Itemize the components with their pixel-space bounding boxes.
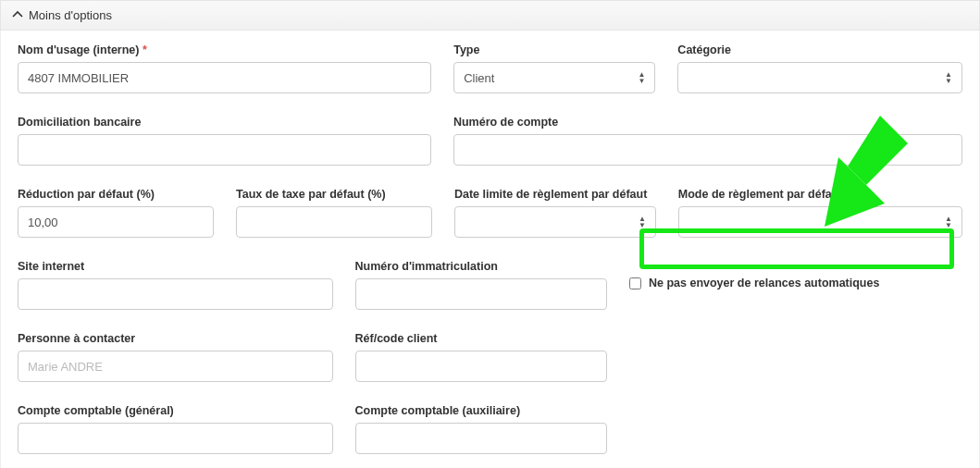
updown-icon: ▲▼ bbox=[945, 216, 952, 228]
compte-general-input[interactable] bbox=[18, 423, 333, 454]
categorie-label: Catégorie bbox=[677, 43, 962, 56]
mode-reglement-select[interactable]: ▲▼ bbox=[678, 206, 962, 238]
personne-contact-input[interactable] bbox=[18, 351, 333, 382]
type-select-value: Client bbox=[464, 71, 494, 85]
updown-icon: ▲▼ bbox=[945, 71, 952, 84]
type-label: Type bbox=[453, 43, 655, 56]
date-limite-label: Date limite de règlement par défaut bbox=[454, 188, 656, 201]
compte-aux-input[interactable] bbox=[355, 423, 607, 454]
categorie-select[interactable]: ▲▼ bbox=[677, 62, 962, 93]
no-relances-label: Ne pas envoyer de relances automatiques bbox=[649, 277, 879, 289]
site-internet-label: Site internet bbox=[18, 260, 333, 273]
personne-contact-label: Personne à contacter bbox=[18, 332, 333, 345]
numero-compte-label: Numéro de compte bbox=[453, 116, 962, 129]
collapse-header[interactable]: Moins d'options bbox=[0, 0, 980, 31]
required-star: * bbox=[143, 43, 147, 56]
updown-icon: ▲▼ bbox=[639, 216, 646, 228]
domiciliation-input[interactable] bbox=[18, 134, 431, 166]
compte-aux-label: Compte comptable (auxiliaire) bbox=[355, 404, 607, 417]
ref-code-input[interactable] bbox=[355, 351, 607, 382]
nom-usage-label: Nom d'usage (interne) * bbox=[18, 43, 431, 56]
reduction-input[interactable] bbox=[18, 206, 214, 238]
chevron-up-icon bbox=[12, 10, 23, 21]
numero-immat-input[interactable] bbox=[355, 278, 607, 310]
compte-general-label: Compte comptable (général) bbox=[18, 404, 333, 417]
taux-taxe-label: Taux de taxe par défaut (%) bbox=[236, 188, 432, 201]
numero-immat-label: Numéro d'immatriculation bbox=[355, 260, 607, 273]
mode-reglement-label: Mode de règlement par défaut bbox=[678, 188, 962, 201]
reduction-label: Réduction par défaut (%) bbox=[18, 188, 214, 201]
taux-taxe-input[interactable] bbox=[236, 206, 432, 238]
date-limite-select[interactable]: ▲▼ bbox=[454, 206, 656, 238]
options-panel: Nom d'usage (interne) * Type Client ▲▼ C… bbox=[0, 31, 980, 468]
type-select[interactable]: Client ▲▼ bbox=[453, 62, 655, 93]
collapse-header-label: Moins d'options bbox=[29, 8, 112, 22]
no-relances-checkbox[interactable] bbox=[629, 277, 641, 289]
site-internet-input[interactable] bbox=[18, 278, 333, 310]
updown-icon: ▲▼ bbox=[638, 71, 645, 84]
domiciliation-label: Domiciliation bancaire bbox=[18, 116, 431, 129]
nom-usage-input[interactable] bbox=[18, 62, 431, 93]
numero-compte-input[interactable] bbox=[453, 134, 962, 166]
ref-code-label: Réf/code client bbox=[355, 332, 607, 345]
